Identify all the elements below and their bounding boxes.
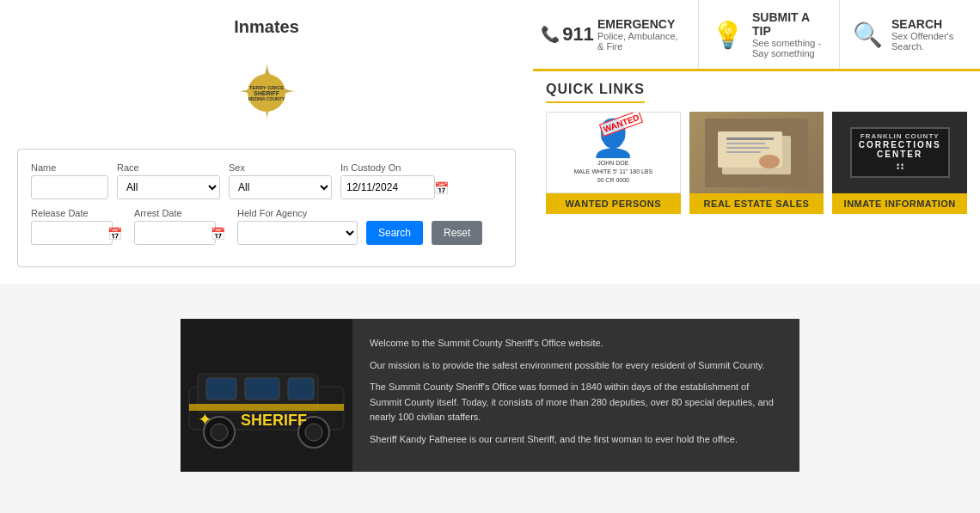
badge-area: Inmates ✦ TERRY GRICE SHERIFF MEDINA COU… xyxy=(17,17,516,140)
race-label: Race xyxy=(117,162,220,173)
right-panel: 📞 911 EMERGENCY Police, Ambulance, & Fir… xyxy=(533,0,980,284)
search-icon: 🔍 xyxy=(853,21,883,49)
reset-button[interactable]: Reset xyxy=(432,221,482,245)
arrest-date-wrapper: 📅 xyxy=(134,221,229,245)
page-title: Inmates xyxy=(234,17,299,37)
svg-text:SHERIFF: SHERIFF xyxy=(241,412,307,429)
left-panel: Inmates ✦ TERRY GRICE SHERIFF MEDINA COU… xyxy=(0,0,533,284)
wanted-person-name: JOHN DOEMALE WHITE 5' 11" 180 LBS00 CR 0… xyxy=(573,159,652,184)
form-row-2: Release Date 📅 Arrest Date 📅 Held For Ag… xyxy=(31,208,502,245)
svg-rect-6 xyxy=(726,151,761,153)
release-label: Release Date xyxy=(31,208,126,218)
arrest-calendar-icon[interactable]: 📅 xyxy=(211,227,225,241)
quick-links-heading: QUICK LINKS xyxy=(546,82,645,103)
arrest-label: Arrest Date xyxy=(134,208,229,218)
sex-group: Sex All Male Female xyxy=(229,162,332,199)
race-select[interactable]: All White Black Hispanic Asian Other xyxy=(117,175,220,199)
real-estate-placeholder xyxy=(689,112,824,193)
wanted-card-content: 👤 WANTED JOHN DOEMALE WHITE 5' 11" 180 L… xyxy=(547,113,680,192)
svg-rect-5 xyxy=(726,147,769,149)
name-input[interactable] xyxy=(31,175,108,199)
svg-text:✦: ✦ xyxy=(198,410,212,429)
info-section-wrapper: SHERIFF ✦ Welcome to the Summit County S… xyxy=(0,284,980,498)
info-image: SHERIFF ✦ xyxy=(181,319,352,472)
phone-icon: 📞 xyxy=(541,25,560,44)
release-group: Release Date 📅 xyxy=(31,208,126,245)
svg-rect-18 xyxy=(189,404,344,411)
inmate-info-label: INMATE INFORMATION xyxy=(832,193,967,214)
name-label: Name xyxy=(31,162,108,173)
custody-label: In Custody On xyxy=(340,162,452,173)
wanted-image: 👤 WANTED JOHN DOEMALE WHITE 5' 11" 180 L… xyxy=(546,112,681,193)
quick-links-section: QUICK LINKS 👤 WANTED JOHN DOEMALE WHITE … xyxy=(533,71,980,214)
agency-label: Held For Agency xyxy=(237,208,358,218)
svg-point-7 xyxy=(759,155,780,168)
agency-group: Held For Agency xyxy=(237,208,358,245)
name-group: Name xyxy=(31,162,108,199)
sex-select[interactable]: All Male Female xyxy=(229,175,332,199)
agency-select[interactable] xyxy=(237,221,358,245)
svg-rect-11 xyxy=(206,378,236,400)
search-button[interactable]: Search xyxy=(366,221,423,245)
svg-rect-12 xyxy=(245,378,279,400)
custody-calendar-icon[interactable]: 📅 xyxy=(434,181,449,195)
custody-group: In Custody On 📅 xyxy=(340,162,452,199)
inmate-sign-placeholder: FRANKLIN COUNTY CORRECTIONS CENTER ∷ xyxy=(832,112,967,193)
sheriff-badge: ✦ TERRY GRICE SHERIFF MEDINA COUNTY xyxy=(219,46,314,140)
svg-point-17 xyxy=(305,424,322,441)
arrest-date-input[interactable] xyxy=(134,221,216,245)
sheriff-car: SHERIFF ✦ xyxy=(181,339,352,451)
bottom-nav: 💼 Find EmploymentOpportunities 🔫 Get My … xyxy=(0,498,980,513)
info-para-1: Welcome to the Summit County Sheriff's O… xyxy=(370,336,782,351)
info-para-3: The Summit County Sheriff's Office was f… xyxy=(370,380,782,425)
search-text: SEARCH Sex Offender's Search. xyxy=(891,17,967,52)
release-date-wrapper: 📅 xyxy=(31,221,126,245)
inmate-search-form: Name Race All White Black Hispanic Asian… xyxy=(17,149,516,267)
custody-date-wrapper: 📅 xyxy=(340,175,452,199)
info-para-2: Our mission is to provide the safest env… xyxy=(370,358,782,374)
search-item[interactable]: 🔍 SEARCH Sex Offender's Search. xyxy=(840,0,980,69)
real-estate-image xyxy=(689,112,824,193)
real-estate-label: REAL ESTATE SALES xyxy=(689,193,824,214)
quick-links-grid: 👤 WANTED JOHN DOEMALE WHITE 5' 11" 180 L… xyxy=(546,112,967,214)
info-para-4: Sheriff Kandy Fatheree is our current Sh… xyxy=(370,432,782,448)
tip-text: SUBMIT A TIP See something - Say somethi… xyxy=(752,10,826,58)
emergency-911: 911 xyxy=(562,23,594,46)
info-section: SHERIFF ✦ Welcome to the Summit County S… xyxy=(181,319,799,472)
inmate-info-card[interactable]: FRANKLIN COUNTY CORRECTIONS CENTER ∷ INM… xyxy=(832,112,967,214)
arrest-group: Arrest Date 📅 xyxy=(134,208,229,245)
form-row-1: Name Race All White Black Hispanic Asian… xyxy=(31,162,502,199)
real-estate-card[interactable]: REAL ESTATE SALES xyxy=(689,112,824,214)
sex-label: Sex xyxy=(229,162,332,173)
inmate-image: FRANKLIN COUNTY CORRECTIONS CENTER ∷ xyxy=(832,112,967,193)
emergency-item[interactable]: 📞 911 EMERGENCY Police, Ambulance, & Fir… xyxy=(533,0,699,69)
info-text-block: Welcome to the Summit County Sheriff's O… xyxy=(352,319,799,472)
svg-point-15 xyxy=(211,424,228,441)
wanted-label: WANTED PERSONS xyxy=(546,193,681,214)
svg-rect-13 xyxy=(288,378,314,400)
inmate-sign: FRANKLIN COUNTY CORRECTIONS CENTER ∷ xyxy=(850,127,950,178)
custody-date-input[interactable] xyxy=(340,175,435,199)
wanted-persons-card[interactable]: 👤 WANTED JOHN DOEMALE WHITE 5' 11" 180 L… xyxy=(546,112,681,214)
release-calendar-icon[interactable]: 📅 xyxy=(107,227,122,241)
tip-item[interactable]: 💡 SUBMIT A TIP See something - Say somet… xyxy=(699,0,840,69)
svg-rect-3 xyxy=(726,137,774,140)
release-date-input[interactable] xyxy=(31,221,113,245)
emergency-text: EMERGENCY Police, Ambulance, & Fire xyxy=(597,17,685,52)
svg-rect-4 xyxy=(726,143,765,144)
action-bar: 📞 911 EMERGENCY Police, Ambulance, & Fir… xyxy=(533,0,980,71)
lightbulb-icon: 💡 xyxy=(712,20,744,50)
race-group: Race All White Black Hispanic Asian Othe… xyxy=(117,162,220,199)
badge-text: TERRY GRICE SHERIFF MEDINA COUNTY xyxy=(248,85,285,101)
